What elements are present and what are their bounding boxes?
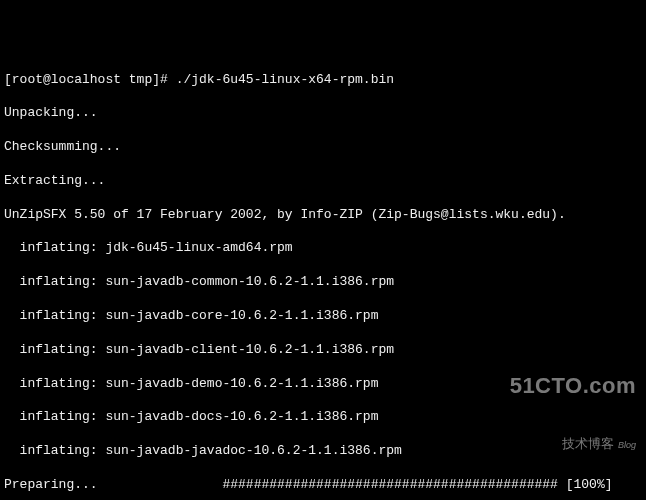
output-line: inflating: sun-javadb-client-10.6.2-1.1.… — [4, 342, 642, 359]
output-line: inflating: sun-javadb-core-10.6.2-1.1.i3… — [4, 308, 642, 325]
output-line: inflating: jdk-6u45-linux-amd64.rpm — [4, 240, 642, 257]
output-line: inflating: sun-javadb-demo-10.6.2-1.1.i3… — [4, 376, 642, 393]
terminal-prompt: [root@localhost tmp]# ./jdk-6u45-linux-x… — [4, 72, 642, 89]
output-line: inflating: sun-javadb-common-10.6.2-1.1.… — [4, 274, 642, 291]
progress-line: Preparing... ###########################… — [4, 477, 642, 494]
output-line: Checksumming... — [4, 139, 642, 156]
output-line: UnZipSFX 5.50 of 17 February 2002, by In… — [4, 207, 642, 224]
output-line: Unpacking... — [4, 105, 642, 122]
output-line: Extracting... — [4, 173, 642, 190]
output-line: inflating: sun-javadb-docs-10.6.2-1.1.i3… — [4, 409, 642, 426]
output-line: inflating: sun-javadb-javadoc-10.6.2-1.1… — [4, 443, 642, 460]
